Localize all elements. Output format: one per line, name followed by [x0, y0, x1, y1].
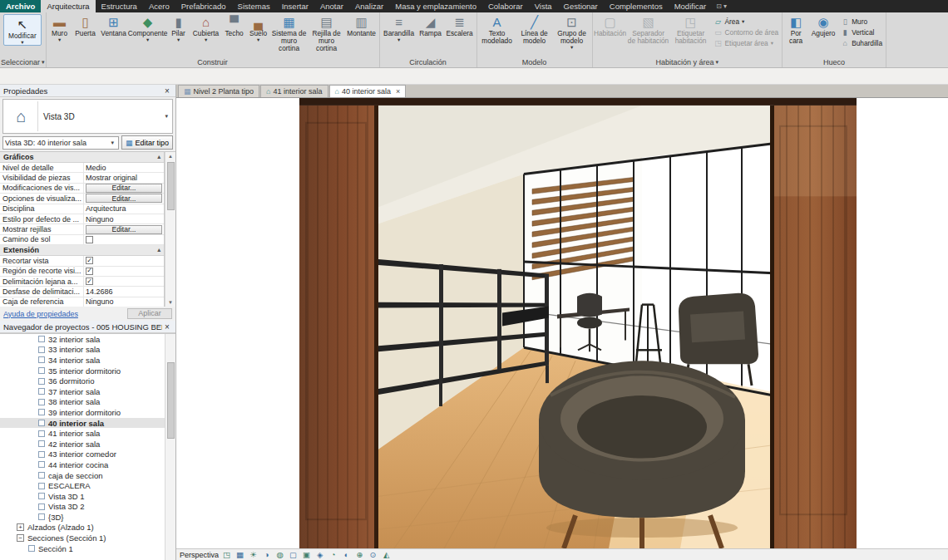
- close-icon[interactable]: ×: [162, 86, 172, 96]
- expand-icon[interactable]: +: [17, 523, 24, 531]
- ribbon-section-modelo[interactable]: Modelo: [478, 56, 591, 67]
- tree-item[interactable]: 34 interior sala: [0, 355, 165, 366]
- tab-acero[interactable]: Acero: [143, 0, 175, 12]
- tree-item[interactable]: caja de seccion: [0, 470, 165, 481]
- ribbon-button-grupo-modelo[interactable]: ⊡Grupo de modelo: [553, 13, 591, 50]
- tab-complementos[interactable]: Complementos: [604, 0, 669, 12]
- close-icon[interactable]: ×: [162, 322, 172, 332]
- ribbon-button-contorno-area[interactable]: ▭Contorno de área: [712, 27, 782, 37]
- tab-sistemas[interactable]: Sistemas: [232, 0, 276, 12]
- ribbon-button-cubierta[interactable]: ⌂Cubierta: [190, 13, 222, 42]
- properties-scrollbar[interactable]: ▲ ▼: [165, 152, 175, 307]
- collapse-minus-icon[interactable]: −: [17, 534, 24, 542]
- sun-path-icon[interactable]: ☀: [248, 550, 259, 560]
- edit-button[interactable]: Editar...: [86, 184, 162, 193]
- ribbon-button-puerta[interactable]: ▯Puerta: [72, 13, 99, 37]
- tree-group-alzados[interactable]: +Alzados (Alzado 1): [0, 523, 165, 533]
- ribbon-button-por-cara[interactable]: ◧Por cara: [783, 13, 808, 45]
- tree-item[interactable]: Vista 3D 2: [0, 502, 165, 513]
- drawing-area[interactable]: [176, 98, 948, 548]
- lock-view-icon[interactable]: ◈: [314, 550, 325, 560]
- hide-isolate-icon[interactable]: ◔: [328, 550, 338, 560]
- analytical-model-icon[interactable]: ⊙: [368, 550, 378, 560]
- ribbon-button-habitacion[interactable]: ▢Habitación: [594, 13, 627, 37]
- view-tab-40-interior-sala[interactable]: ⌂40 interior sala×: [329, 85, 407, 97]
- checkbox-checked[interactable]: ✓: [86, 268, 93, 275]
- ribbon-button-escalera[interactable]: ≣Escalera: [444, 13, 476, 37]
- tab-prefabricado[interactable]: Prefabricado: [175, 0, 232, 12]
- tree-item[interactable]: 32 interior sala: [0, 334, 165, 345]
- ribbon-section-construir[interactable]: Construir: [47, 56, 378, 67]
- ribbon-button-linea-modelo[interactable]: ╱Línea de modelo: [516, 13, 553, 45]
- checkbox-checked[interactable]: ✓: [86, 278, 93, 285]
- ribbon-button-rejilla-muro-cortina[interactable]: ▤Rejilla de muro cortina: [309, 13, 345, 52]
- close-tab-icon[interactable]: ×: [396, 87, 400, 96]
- tab-modificar[interactable]: Modificar: [669, 0, 713, 12]
- scrollbar-thumb[interactable]: [167, 162, 175, 210]
- tree-item[interactable]: 35 interior dormitorio: [0, 366, 165, 376]
- ribbon-button-pilar[interactable]: ▮Pilar: [167, 13, 190, 42]
- crop-view-icon[interactable]: ▢: [288, 550, 299, 560]
- ribbon-section-seleccionar[interactable]: Seleccionar: [1, 56, 45, 67]
- tab-gestionar[interactable]: Gestionar: [558, 0, 604, 12]
- ribbon-button-ventana[interactable]: ⊞Ventana: [99, 13, 129, 37]
- group-header-graficos[interactable]: Gráficos▴: [0, 152, 164, 163]
- view-tab-nivel2[interactable]: ▦Nivel 2 Planta tipo: [178, 85, 259, 97]
- ribbon-button-separador-habitacion[interactable]: ▧Separador de habitación: [627, 13, 670, 45]
- ribbon-button-etiquetar-habitacion[interactable]: ◳Etiquetar habitación: [670, 13, 712, 45]
- tab-arquitectura[interactable]: Arquitectura: [41, 0, 95, 12]
- tab-insertar[interactable]: Insertar: [276, 0, 314, 12]
- tree-item[interactable]: 44 interior cocina: [0, 459, 165, 470]
- tab-analizar[interactable]: Analizar: [349, 0, 389, 12]
- scrollbar-thumb[interactable]: [167, 362, 175, 439]
- ribbon-button-etiquetar-area[interactable]: ◳Etiquetar área: [712, 37, 782, 48]
- temp-view-properties-icon[interactable]: ⊕: [354, 550, 365, 560]
- ribbon-section-circulacion[interactable]: Circulación: [381, 56, 476, 67]
- modify-button[interactable]: ↖ Modificar: [3, 14, 42, 46]
- tab-archivo[interactable]: Archivo: [0, 0, 41, 12]
- tree-item[interactable]: 41 interior sala: [0, 428, 165, 439]
- ribbon-button-sistema-muro-cortina[interactable]: ▦Sistema de muro cortina: [270, 13, 309, 52]
- tree-item[interactable]: {3D}: [0, 512, 165, 523]
- tree-item[interactable]: 33 interior sala: [0, 345, 165, 356]
- ribbon-button-hueco-muro[interactable]: ▯Muro: [838, 16, 885, 27]
- tab-estructura[interactable]: Estructura: [96, 0, 143, 12]
- tree-item[interactable]: 43 interior comedor: [0, 449, 165, 460]
- scroll-up-icon[interactable]: ▲: [168, 152, 173, 160]
- tree-item[interactable]: 38 interior sala: [0, 397, 165, 408]
- tree-item-seccion-1[interactable]: Sección 1: [0, 543, 165, 554]
- ribbon-button-hueco-vertical[interactable]: ▮Vertical: [838, 27, 885, 37]
- ribbon-button-area[interactable]: ▱Área: [712, 16, 782, 27]
- shadows-icon[interactable]: ◑: [261, 550, 272, 560]
- ribbon-button-barandilla[interactable]: ≡Barandilla: [381, 13, 417, 42]
- ribbon-button-agujero[interactable]: ◉Agujero: [808, 13, 838, 37]
- tree-group-secciones[interactable]: −Secciones (Sección 1): [0, 533, 165, 543]
- view-selector-dropdown[interactable]: Vista 3D: 40 interior sala ▾: [2, 136, 119, 150]
- ribbon-button-texto-modelado[interactable]: ATexto modelado: [478, 13, 516, 45]
- tree-item[interactable]: ESCALERA: [0, 480, 165, 491]
- group-header-extension[interactable]: Extensión▴: [0, 245, 164, 256]
- ribbon-section-hueco[interactable]: Hueco: [783, 56, 885, 67]
- tab-anotar[interactable]: Anotar: [314, 0, 349, 12]
- ribbon-button-rampa[interactable]: ◢Rampa: [417, 13, 444, 37]
- ribbon-display-toggle[interactable]: ⊡▾: [712, 0, 731, 12]
- edit-button[interactable]: Editar...: [86, 225, 162, 234]
- displacement-icon[interactable]: ◭: [381, 550, 392, 560]
- reveal-hidden-icon[interactable]: ◐: [341, 550, 352, 560]
- checkbox-checked[interactable]: ✓: [86, 257, 93, 264]
- ribbon-button-buhardilla[interactable]: ⌂Buhardilla: [838, 37, 885, 48]
- view-tab-41-interior-sala[interactable]: ⌂41 interior sala: [260, 85, 328, 97]
- tab-masa-emplazamiento[interactable]: Masa y emplazamiento: [389, 0, 482, 12]
- detail-level-icon[interactable]: ◳: [221, 550, 232, 560]
- edit-button[interactable]: Editar...: [86, 194, 162, 203]
- tree-item[interactable]: 39 interior dormitorio: [0, 407, 165, 418]
- visual-style-icon[interactable]: ▦: [235, 550, 245, 560]
- ribbon-button-montante[interactable]: ▥Montante: [345, 13, 378, 37]
- tab-vista[interactable]: Vista: [529, 0, 558, 12]
- type-selector[interactable]: ⌂ Vista 3D ▾: [2, 99, 173, 134]
- rendering-dialog-icon[interactable]: ◍: [274, 550, 285, 560]
- checkbox-unchecked[interactable]: [86, 236, 93, 243]
- ribbon-button-muro[interactable]: ▬Muro: [47, 13, 72, 42]
- tree-item[interactable]: Vista 3D 1: [0, 491, 165, 502]
- properties-help-link[interactable]: Ayuda de propiedades: [3, 310, 124, 318]
